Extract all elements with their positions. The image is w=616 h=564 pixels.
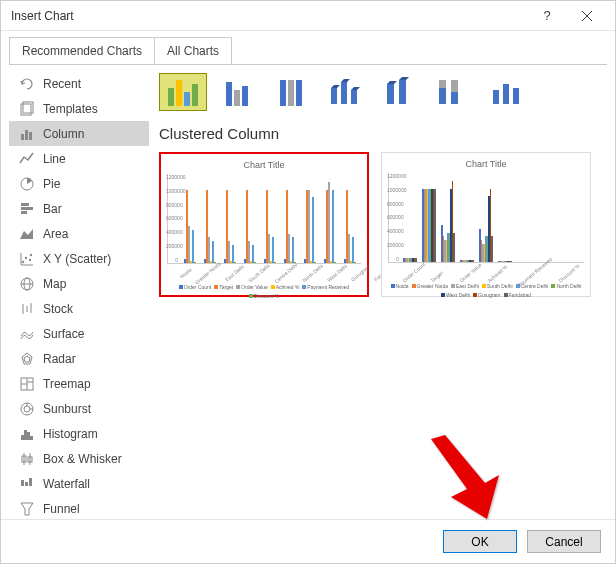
svg-marker-52 (387, 81, 397, 84)
main-panel: Clustered Column Chart Title 12000001000… (149, 65, 607, 519)
sidebar-item-boxwhisker[interactable]: Box & Whisker (9, 446, 149, 471)
sidebar-item-label: Column (43, 127, 84, 141)
sidebar-item-label: Waterfall (43, 477, 90, 491)
subtype-clustered-column[interactable] (159, 73, 207, 111)
radar-icon (19, 351, 35, 367)
svg-rect-51 (399, 80, 406, 104)
svg-point-12 (29, 258, 31, 260)
svg-marker-48 (341, 79, 350, 82)
sidebar-item-label: Radar (43, 352, 76, 366)
svg-rect-4 (29, 132, 32, 140)
svg-rect-6 (21, 203, 29, 206)
svg-marker-53 (399, 77, 409, 80)
sidebar-item-sunburst[interactable]: Sunburst (9, 396, 149, 421)
sidebar-item-label: Map (43, 277, 66, 291)
subtype-3d-100-stacked[interactable] (429, 73, 477, 111)
svg-rect-38 (21, 480, 24, 486)
subtype-3d-stacked[interactable] (375, 73, 423, 111)
sidebar-item-label: Histogram (43, 427, 98, 441)
sidebar-item-area[interactable]: Area (9, 221, 149, 246)
svg-rect-32 (27, 432, 30, 440)
svg-marker-21 (24, 356, 30, 362)
sidebar-item-label: Pie (43, 177, 60, 191)
sidebar-item-label: Stock (43, 302, 73, 316)
preview-2-xlabels: Order CountTargetOrder ValueAchived %Pay… (388, 267, 584, 275)
sidebar-item-bar[interactable]: Bar (9, 196, 149, 221)
svg-rect-8 (21, 211, 27, 214)
subtype-3d-clustered[interactable] (321, 73, 369, 111)
area-icon (19, 226, 35, 242)
sidebar-item-label: Templates (43, 102, 98, 116)
sidebar-item-label: Box & Whisker (43, 452, 122, 466)
sidebar-item-xy[interactable]: X Y (Scatter) (9, 246, 149, 271)
boxwhisker-icon (19, 451, 35, 467)
sidebar-item-stock[interactable]: Stock (9, 296, 149, 321)
subtype-3d-column[interactable] (483, 73, 531, 111)
xy-icon (19, 251, 35, 267)
svg-rect-2 (21, 134, 24, 140)
svg-rect-33 (30, 436, 33, 440)
sidebar-item-treemap[interactable]: Treemap (9, 371, 149, 396)
chart-type-sidebar: RecentTemplatesColumnLinePieBarAreaX Y (… (9, 65, 149, 519)
preview-1-xlabels: NoidaGreater NoidaEast DelhiSouth DelhiC… (167, 268, 361, 276)
surface-icon (19, 326, 35, 342)
preview-2-title: Chart Title (388, 159, 584, 169)
svg-marker-9 (20, 229, 33, 239)
svg-rect-50 (387, 84, 394, 104)
tab-all-charts[interactable]: All Charts (154, 37, 232, 64)
svg-rect-60 (513, 88, 519, 104)
preview-row: Chart Title 1200000100000080000060000040… (159, 152, 597, 297)
svg-point-27 (24, 406, 30, 412)
svg-rect-31 (24, 430, 27, 440)
cancel-button[interactable]: Cancel (527, 530, 601, 553)
waterfall-icon (19, 476, 35, 492)
preview-2-legend: NoidaGreater NoidaEast DelhiSouth DelhiC… (388, 283, 584, 298)
sidebar-item-line[interactable]: Line (9, 146, 149, 171)
titlebar: Insert Chart ? (1, 1, 615, 31)
svg-rect-3 (25, 130, 28, 140)
sidebar-item-histogram[interactable]: Histogram (9, 421, 149, 446)
dialog-footer: OK Cancel (1, 519, 615, 563)
chart-preview-2[interactable]: Chart Title 1200000100000080000060000040… (381, 152, 591, 297)
svg-marker-49 (351, 87, 360, 90)
sidebar-item-map[interactable]: Map (9, 271, 149, 296)
sidebar-item-column[interactable]: Column (9, 121, 149, 146)
histogram-icon (19, 426, 35, 442)
subtype-stacked-column[interactable] (213, 73, 261, 111)
treemap-icon (19, 376, 35, 392)
sidebar-item-label: Line (43, 152, 66, 166)
sidebar-item-templates[interactable]: Templates (9, 96, 149, 121)
help-button[interactable]: ? (527, 2, 567, 30)
sidebar-item-recent[interactable]: Recent (9, 71, 149, 96)
ok-button[interactable]: OK (443, 530, 517, 553)
subtype-row (159, 73, 597, 111)
dialog-title: Insert Chart (11, 9, 527, 23)
svg-rect-45 (341, 82, 347, 104)
svg-rect-7 (21, 207, 33, 210)
svg-rect-59 (503, 84, 509, 104)
close-button[interactable] (567, 2, 607, 30)
sidebar-item-label: Bar (43, 202, 62, 216)
svg-rect-44 (331, 88, 337, 104)
tab-bar: Recommended Charts All Charts (1, 31, 615, 64)
sidebar-item-waterfall[interactable]: Waterfall (9, 471, 149, 496)
line-icon (19, 151, 35, 167)
sidebar-item-radar[interactable]: Radar (9, 346, 149, 371)
tab-recommended[interactable]: Recommended Charts (9, 37, 154, 64)
sidebar-item-surface[interactable]: Surface (9, 321, 149, 346)
bar-icon (19, 201, 35, 217)
sidebar-item-pie[interactable]: Pie (9, 171, 149, 196)
stock-icon (19, 301, 35, 317)
close-icon (582, 11, 592, 21)
sidebar-item-label: Funnel (43, 502, 80, 516)
subtype-100-stacked-column[interactable] (267, 73, 315, 111)
chart-preview-1[interactable]: Chart Title 1200000100000080000060000040… (159, 152, 369, 297)
sidebar-item-funnel[interactable]: Funnel (9, 496, 149, 519)
svg-marker-41 (21, 503, 33, 515)
pie-icon (19, 176, 35, 192)
insert-chart-dialog: Insert Chart ? Recommended Charts All Ch… (0, 0, 616, 564)
svg-marker-47 (331, 85, 340, 88)
svg-rect-58 (493, 90, 499, 104)
svg-rect-57 (451, 80, 458, 92)
svg-rect-30 (21, 435, 24, 440)
